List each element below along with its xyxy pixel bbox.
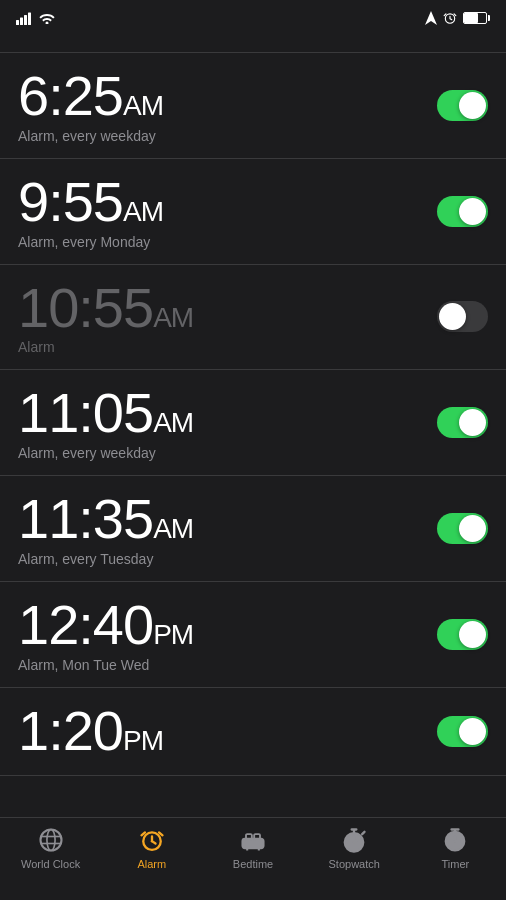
alarm-time: 9:55AM xyxy=(18,173,163,232)
toggle-knob xyxy=(459,621,486,648)
svg-rect-0 xyxy=(16,20,19,25)
alarm-ampm: PM xyxy=(123,725,163,756)
alarm-toggle[interactable] xyxy=(437,513,488,544)
toggle-knob xyxy=(459,515,486,542)
alarm-info: 11:35AM Alarm, every Tuesday xyxy=(18,490,193,567)
tab-timer-label: Timer xyxy=(442,858,470,870)
alarm-toggle[interactable] xyxy=(437,301,488,332)
svg-point-5 xyxy=(40,830,61,851)
alarm-time: 6:25AM xyxy=(18,67,163,126)
svg-rect-1 xyxy=(20,17,23,25)
alarm-time: 1:20PM xyxy=(18,702,163,761)
alarm-status-icon xyxy=(443,11,457,25)
svg-rect-15 xyxy=(254,834,260,840)
alarm-time: 11:35AM xyxy=(18,490,193,549)
alarm-icon xyxy=(138,826,166,854)
alarm-toggle[interactable] xyxy=(437,196,488,227)
svg-rect-3 xyxy=(28,12,31,25)
alarm-label: Alarm, Mon Tue Wed xyxy=(18,657,193,673)
svg-rect-14 xyxy=(246,834,252,840)
timer-icon xyxy=(441,826,469,854)
toggle-knob xyxy=(459,718,486,745)
alarm-item[interactable]: 1:20PM xyxy=(0,688,506,776)
alarm-info: 9:55AM Alarm, every Monday xyxy=(18,173,163,250)
svg-point-12 xyxy=(151,840,153,842)
toggle-knob xyxy=(459,409,486,436)
alarm-ampm: AM xyxy=(123,90,163,121)
tab-alarm[interactable]: Alarm xyxy=(101,826,202,870)
alarm-label: Alarm, every weekday xyxy=(18,128,163,144)
tab-alarm-label: Alarm xyxy=(137,858,166,870)
tab-bedtime-label: Bedtime xyxy=(233,858,273,870)
alarm-list: 6:25AM Alarm, every weekday 9:55AM Alarm… xyxy=(0,53,506,776)
alarm-item[interactable]: 6:25AM Alarm, every weekday xyxy=(0,53,506,159)
alarm-info: 6:25AM Alarm, every weekday xyxy=(18,67,163,144)
alarm-toggle[interactable] xyxy=(437,90,488,121)
alarm-time: 10:55AM xyxy=(18,279,193,338)
alarm-item[interactable]: 12:40PM Alarm, Mon Tue Wed xyxy=(0,582,506,688)
battery-icon xyxy=(463,12,490,24)
tab-world-clock[interactable]: World Clock xyxy=(0,826,101,870)
tab-bar: World ClockAlarmBedtimeStopwatchTimer xyxy=(0,817,506,900)
svg-point-6 xyxy=(47,830,55,851)
nav-bar xyxy=(0,36,506,53)
status-icons xyxy=(425,11,490,25)
tab-world-clock-label: World Clock xyxy=(21,858,80,870)
alarm-toggle[interactable] xyxy=(437,716,488,747)
alarm-item[interactable]: 11:05AM Alarm, every weekday xyxy=(0,370,506,476)
alarm-label: Alarm, every Monday xyxy=(18,234,163,250)
tab-timer[interactable]: Timer xyxy=(405,826,506,870)
alarm-ampm: PM xyxy=(153,619,193,650)
svg-line-23 xyxy=(362,832,364,834)
alarm-time: 11:05AM xyxy=(18,384,193,443)
alarm-label: Alarm, every Tuesday xyxy=(18,551,193,567)
location-icon xyxy=(425,11,437,25)
alarm-info: 10:55AM Alarm xyxy=(18,279,193,356)
alarm-ampm: AM xyxy=(153,302,193,333)
tab-stopwatch-label: Stopwatch xyxy=(329,858,380,870)
alarm-label: Alarm, every weekday xyxy=(18,445,193,461)
alarm-ampm: AM xyxy=(153,513,193,544)
alarm-info: 11:05AM Alarm, every weekday xyxy=(18,384,193,461)
signal-icon xyxy=(16,12,34,25)
alarm-info: 1:20PM xyxy=(18,702,163,761)
alarm-time: 12:40PM xyxy=(18,596,193,655)
alarm-toggle[interactable] xyxy=(437,619,488,650)
alarm-label: Alarm xyxy=(18,339,193,355)
stopwatch-icon xyxy=(340,826,368,854)
status-bar xyxy=(0,0,506,36)
toggle-knob xyxy=(439,303,466,330)
tab-stopwatch[interactable]: Stopwatch xyxy=(304,826,405,870)
toggle-knob xyxy=(459,198,486,225)
alarm-item[interactable]: 9:55AM Alarm, every Monday xyxy=(0,159,506,265)
toggle-knob xyxy=(459,92,486,119)
svg-rect-2 xyxy=(24,15,27,25)
alarm-ampm: AM xyxy=(123,196,163,227)
tab-bedtime[interactable]: Bedtime xyxy=(202,826,303,870)
alarm-item[interactable]: 10:55AM Alarm xyxy=(0,265,506,371)
alarm-info: 12:40PM Alarm, Mon Tue Wed xyxy=(18,596,193,673)
wifi-icon xyxy=(39,12,55,24)
world-clock-icon xyxy=(37,826,65,854)
alarm-item[interactable]: 11:35AM Alarm, every Tuesday xyxy=(0,476,506,582)
status-carrier xyxy=(16,12,60,25)
bedtime-icon xyxy=(239,826,267,854)
alarm-ampm: AM xyxy=(153,407,193,438)
alarm-toggle[interactable] xyxy=(437,407,488,438)
